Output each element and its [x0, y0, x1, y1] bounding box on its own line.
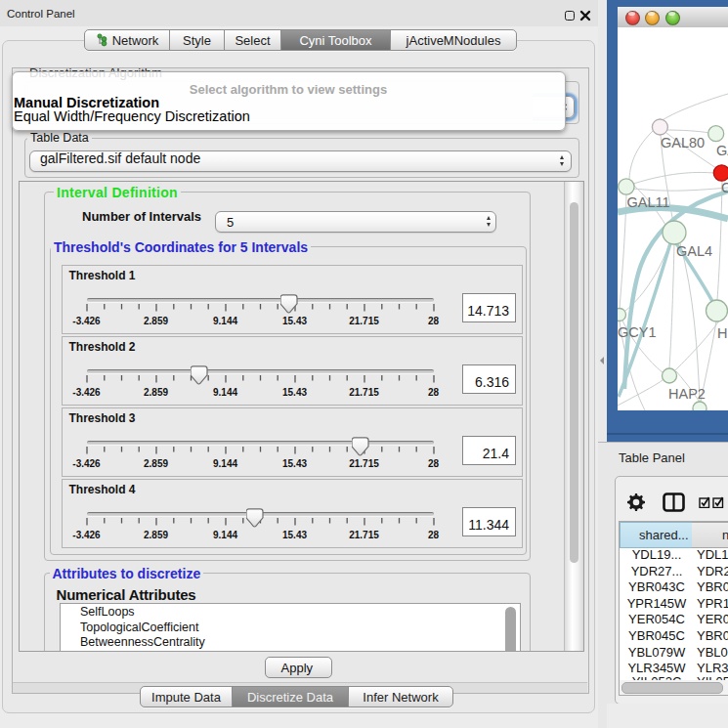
svg-text:GAL80: GAL80: [661, 135, 705, 150]
svg-text:GAL4: GAL4: [676, 243, 712, 259]
svg-text:GA: GA: [716, 143, 728, 158]
svg-text:GAL11: GAL11: [627, 194, 670, 210]
svg-text:CO: CO: [721, 180, 728, 195]
svg-text:HAP2: HAP2: [668, 386, 706, 402]
svg-text:GCY1: GCY1: [618, 324, 657, 340]
svg-text:HI: HI: [717, 325, 728, 341]
